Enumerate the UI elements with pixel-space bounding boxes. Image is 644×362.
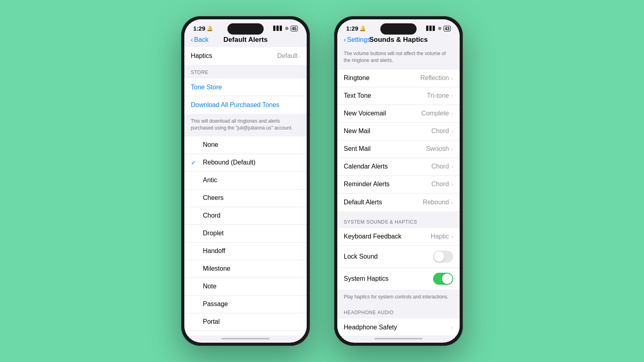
back-button-left[interactable]: ‹ Back	[191, 36, 208, 43]
text-tone-chevron: ›	[451, 93, 453, 99]
wifi-icon-right: ⊛	[438, 26, 442, 31]
headphone-safety-label: Headphone Safety	[344, 324, 450, 331]
ringtone-value: Reflection	[420, 74, 449, 82]
new-voicemail-item[interactable]: New Voicemail Complete ›	[337, 105, 460, 123]
keyboard-feedback-value: Haptic	[431, 233, 449, 240]
sound-cheers-label: Cheers	[203, 194, 300, 202]
nav-bar-right: ‹ Settings Sounds & Haptics	[337, 34, 460, 47]
calendar-alerts-chevron: ›	[451, 163, 453, 170]
sound-item-note[interactable]: Note	[184, 278, 307, 296]
back-button-right[interactable]: ‹ Settings	[344, 36, 370, 43]
sound-antic-label: Antic	[203, 177, 300, 184]
text-tone-item[interactable]: Text Tone Tri-tone ›	[337, 87, 460, 105]
signal-icon-left: ▋▋▋	[273, 26, 283, 31]
sent-mail-item[interactable]: Sent Mail Swoosh ›	[337, 140, 460, 158]
right-phone-content[interactable]: The volume buttons will not affect the v…	[337, 47, 460, 335]
sound-handoff-label: Handoff	[203, 247, 300, 255]
haptics-value-row: Default ›	[277, 52, 300, 60]
keyboard-feedback-item[interactable]: Keyboard Feedback Haptic ›	[337, 228, 460, 246]
download-tones-label: Download All Purchased Tones	[191, 101, 279, 109]
reminder-alerts-chevron: ›	[451, 181, 453, 187]
download-tones-item[interactable]: Download All Purchased Tones	[184, 96, 307, 114]
calendar-alerts-value: Chord	[431, 163, 449, 170]
sound-chord-label: Chord	[203, 212, 300, 219]
sent-mail-chevron: ›	[451, 146, 453, 152]
status-icons-right: ▋▋▋ ⊛ 43	[426, 26, 451, 31]
sound-droplet-label: Droplet	[203, 230, 300, 237]
tone-store-label: Tone Store	[191, 84, 222, 91]
lock-sound-toggle[interactable]	[433, 251, 453, 263]
sound-item-chord[interactable]: Chord	[184, 207, 307, 225]
sent-mail-label: Sent Mail	[344, 145, 426, 152]
haptics-row[interactable]: Haptics Default ›	[184, 47, 307, 65]
system-section-label: SYSTEM SOUNDS & HAPTICS	[337, 213, 460, 226]
headphone-safety-chevron: ›	[451, 324, 453, 331]
system-haptics-item[interactable]: System Haptics	[337, 268, 460, 290]
haptics-label: Haptics	[191, 52, 212, 60]
sound-item-handoff[interactable]: Handoff	[184, 243, 307, 260]
info-text: The volume buttons will not affect the v…	[337, 47, 460, 68]
new-mail-value: Chord	[431, 128, 449, 135]
wifi-icon-left: ⊛	[285, 26, 289, 31]
sound-item-none[interactable]: None	[184, 136, 307, 154]
text-tone-label: Text Tone	[344, 92, 427, 99]
chevron-left-icon-right: ‹	[344, 36, 346, 43]
calendar-alerts-item[interactable]: Calendar Alerts Chord ›	[337, 158, 460, 176]
sound-item-antic[interactable]: Antic	[184, 172, 307, 189]
new-mail-chevron: ›	[451, 128, 453, 134]
sent-mail-value: Swoosh	[426, 145, 449, 152]
new-voicemail-label: New Voicemail	[344, 110, 421, 117]
system-haptics-label: System Haptics	[344, 275, 433, 282]
time-left: 1:29 🔔	[193, 25, 213, 32]
reminder-alerts-label: Reminder Alerts	[344, 181, 431, 188]
system-haptics-description: Play haptics for system controls and int…	[337, 291, 460, 304]
sound-item-rebound[interactable]: ✓ Rebound (Default)	[184, 154, 307, 172]
sound-passage-label: Passage	[203, 300, 300, 308]
chevron-left-icon: ‹	[191, 36, 193, 43]
sound-item-cheers[interactable]: Cheers	[184, 189, 307, 207]
default-alerts-item[interactable]: Default Alerts Rebound ›	[337, 193, 460, 211]
haptics-chevron: ›	[298, 53, 300, 59]
headphone-safety-item[interactable]: Headphone Safety ›	[337, 319, 460, 335]
headphone-section-label: HEADPHONE AUDIO	[337, 303, 460, 317]
battery-right: 43	[444, 26, 451, 31]
new-mail-label: New Mail	[344, 128, 431, 135]
ringtone-chevron: ›	[451, 75, 453, 81]
status-icons-left: ▋▋▋ ⊛ 45	[273, 26, 298, 31]
default-alerts-chevron: ›	[451, 199, 453, 206]
new-voicemail-value: Complete	[421, 110, 449, 117]
keyboard-feedback-chevron: ›	[451, 233, 453, 240]
sound-item-portal[interactable]: Portal	[184, 313, 307, 331]
dynamic-island-left	[227, 23, 264, 35]
toggle-knob-lock	[434, 251, 444, 262]
battery-left: 45	[291, 26, 298, 31]
tone-store-item[interactable]: Tone Store	[184, 78, 307, 96]
store-section-label: STORE	[184, 66, 307, 77]
left-phone-content[interactable]: Haptics Default › STORE Tone Store Downl…	[184, 47, 307, 335]
lock-sound-label: Lock Sound	[344, 253, 433, 260]
sound-item-rattle[interactable]: Rattle	[184, 331, 307, 335]
nav-bar-left: ‹ Back Default Alerts	[184, 34, 307, 47]
checkmark-icon: ✓	[191, 159, 199, 167]
sound-item-milestone[interactable]: Milestone	[184, 260, 307, 278]
signal-icon-right: ▋▋▋	[426, 26, 436, 31]
nav-title-left: Default Alerts	[223, 36, 268, 44]
home-indicator-right	[374, 338, 423, 339]
keyboard-feedback-label: Keyboard Feedback	[344, 233, 431, 240]
dynamic-island-right	[380, 23, 417, 35]
sound-none-label: None	[203, 141, 300, 148]
new-mail-item[interactable]: New Mail Chord ›	[337, 123, 460, 140]
reminder-alerts-item[interactable]: Reminder Alerts Chord ›	[337, 176, 460, 193]
sound-rebound-label: Rebound (Default)	[203, 159, 300, 166]
nav-title-right: Sounds & Haptics	[369, 36, 427, 44]
system-haptics-toggle[interactable]	[433, 273, 453, 285]
lock-sound-item[interactable]: Lock Sound	[337, 246, 460, 268]
ringtone-item[interactable]: Ringtone Reflection ›	[337, 70, 460, 87]
new-voicemail-chevron: ›	[451, 110, 453, 117]
home-indicator-left	[221, 338, 270, 339]
bell-icon-right: 🔔	[359, 25, 366, 31]
sound-item-droplet[interactable]: Droplet	[184, 225, 307, 243]
sound-portal-label: Portal	[203, 318, 300, 325]
sound-item-passage[interactable]: Passage	[184, 296, 307, 313]
download-description: This will download all ringtones and ale…	[184, 115, 307, 135]
